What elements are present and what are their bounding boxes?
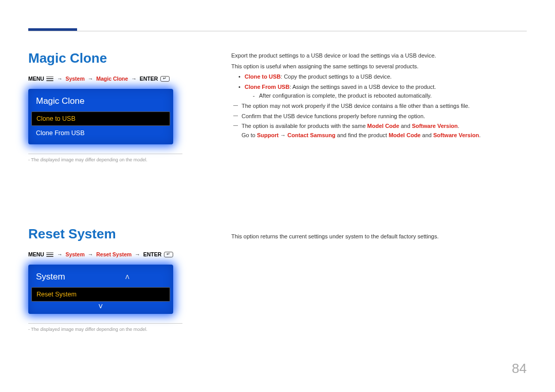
section-reset-system-desc: This option returns the current settings… bbox=[231, 232, 524, 243]
label-clone-from-usb: Clone From USB bbox=[245, 84, 289, 90]
disclaimer-text: The displayed image may differ depending… bbox=[28, 327, 203, 332]
note-wrong-file: The option may not work properly if the … bbox=[233, 102, 524, 111]
sub-reboot: After configuration is complete, the pro… bbox=[253, 91, 524, 101]
menu-panel-magic-clone: Magic Clone Clone to USB Clone From USB bbox=[28, 89, 173, 144]
breadcrumb-menu-label: MENU bbox=[28, 251, 44, 257]
menu-item-clone-from-usb[interactable]: Clone From USB bbox=[28, 126, 173, 140]
header-divider bbox=[28, 31, 527, 31]
text-clone-to-usb: : Copy the product settings to a USB dev… bbox=[281, 73, 392, 80]
divider bbox=[28, 154, 182, 154]
desc-reset: This option returns the current settings… bbox=[231, 232, 524, 241]
section-magic-clone-desc: Export the product settings to a USB dev… bbox=[231, 51, 524, 141]
arrow-icon: → bbox=[88, 76, 94, 82]
divider bbox=[28, 323, 182, 324]
breadcrumb-enter-label: ENTER bbox=[143, 251, 162, 257]
breadcrumb-menu-label: MENU bbox=[28, 76, 44, 82]
menu-item-clone-to-usb[interactable]: Clone to USB bbox=[31, 111, 170, 126]
heading-magic-clone: Magic Clone bbox=[28, 50, 203, 66]
heading-reset-system: Reset System bbox=[28, 226, 203, 242]
breadcrumb-reset-system: Reset System bbox=[96, 251, 132, 257]
breadcrumb-magic-clone: Magic Clone bbox=[96, 76, 128, 82]
menu-title-text: Magic Clone bbox=[36, 96, 85, 106]
menu-item-reset-system[interactable]: Reset System bbox=[31, 287, 170, 302]
section-reset-system-left: Reset System MENU → System → Reset Syste… bbox=[28, 226, 203, 332]
note-confirm-usb: Confirm that the USB device functions pr… bbox=[233, 112, 524, 121]
label-clone-to-usb: Clone to USB bbox=[245, 73, 281, 80]
desc-p2: This option is useful when assigning the… bbox=[231, 62, 524, 71]
disclaimer-text: The displayed image may differ depending… bbox=[28, 157, 203, 162]
breadcrumb-magic-clone: MENU → System → Magic Clone → ENTER bbox=[28, 76, 203, 82]
enter-icon bbox=[160, 76, 170, 82]
enter-icon bbox=[164, 252, 173, 257]
note-model-code: The option is available for products wit… bbox=[233, 122, 524, 140]
breadcrumb-reset-system: MENU → System → Reset System → ENTER bbox=[28, 251, 203, 257]
breadcrumb-system: System bbox=[65, 76, 84, 82]
bullet-clone-to-usb: Clone to USB: Copy the product settings … bbox=[238, 72, 524, 82]
menu-icon bbox=[46, 252, 53, 257]
menu-icon bbox=[46, 77, 53, 81]
chevron-down-icon[interactable]: ᐯ bbox=[28, 302, 173, 310]
desc-p1: Export the product settings to a USB dev… bbox=[231, 51, 524, 61]
bullet-clone-from-usb: Clone From USB: Assign the settings save… bbox=[238, 83, 524, 101]
arrow-icon: → bbox=[57, 251, 63, 257]
chevron-up-icon[interactable]: ᐱ bbox=[125, 274, 165, 281]
arrow-icon: → bbox=[57, 76, 63, 82]
section-magic-clone-left: Magic Clone MENU → System → Magic Clone … bbox=[28, 50, 203, 162]
page-number: 84 bbox=[512, 361, 527, 377]
arrow-icon: → bbox=[88, 251, 94, 257]
breadcrumb-enter-label: ENTER bbox=[140, 76, 158, 82]
menu-panel-title: System ᐱ bbox=[28, 270, 173, 287]
text-clone-from-usb: : Assign the settings saved in a USB dev… bbox=[289, 84, 436, 90]
arrow-icon: → bbox=[131, 76, 137, 82]
arrow-icon: → bbox=[135, 251, 140, 257]
breadcrumb-system: System bbox=[65, 251, 84, 257]
menu-title-text: System bbox=[36, 272, 65, 282]
menu-panel-reset-system: System ᐱ Reset System ᐯ bbox=[28, 265, 173, 314]
menu-panel-title: Magic Clone bbox=[28, 94, 173, 111]
